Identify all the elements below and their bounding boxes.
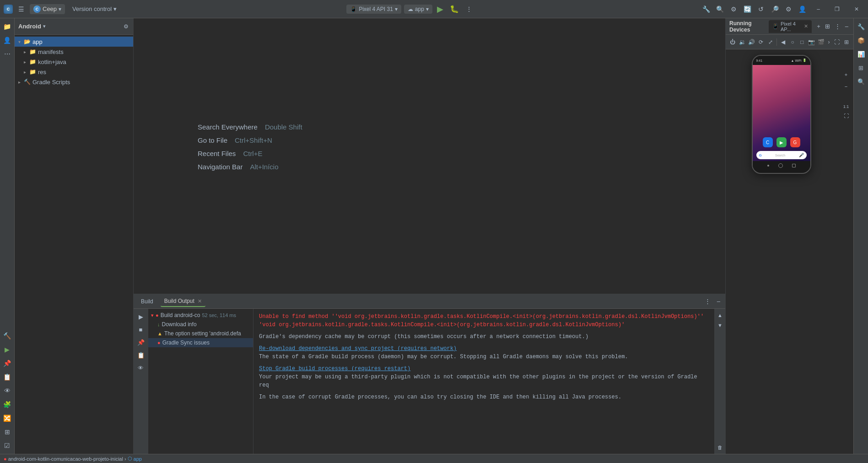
zoom-out-icon[interactable]: −	[841, 81, 851, 92]
device-selector[interactable]: 📱 Pixel 4 API 31 ▾	[346, 5, 401, 14]
dt-video-icon[interactable]: 🎬	[817, 37, 825, 47]
panel-options-icon-right[interactable]: ⋮	[833, 22, 842, 31]
account-icon[interactable]: 👤	[797, 4, 808, 15]
panel-layout-icon[interactable]: ⊞	[824, 22, 831, 31]
tree-item-gradle[interactable]: ▸ 🔨 Gradle Scripts	[15, 77, 133, 87]
dt-back-icon[interactable]: ◀	[779, 37, 787, 47]
dt-square-icon[interactable]: □	[798, 37, 807, 47]
dt-volume-down-icon[interactable]: 🔉	[738, 37, 747, 47]
dt-rotate-icon[interactable]: ⟳	[757, 37, 766, 47]
rt-icon-3[interactable]: 📊	[855, 48, 868, 60]
output-link-8[interactable]: Stop Gradle build processes (requires re…	[259, 365, 709, 373]
build-active-icon[interactable]: 📋	[135, 349, 147, 361]
file-panel-dropdown-icon[interactable]: ▾	[43, 23, 46, 29]
dt-screen-rotate-icon[interactable]: ⤢	[766, 37, 775, 47]
terminal-icon[interactable]: ⊞	[1, 425, 14, 438]
build-error-icon-3: ●	[157, 340, 161, 345]
tab-build-output[interactable]: Build Output ✕	[161, 296, 205, 307]
rt-icon-1[interactable]: 🔧	[855, 20, 868, 33]
plugins-icon[interactable]: 🧩	[1, 398, 14, 411]
dt-power-icon[interactable]: ⏻	[728, 37, 737, 47]
commit-icon[interactable]: 👤	[1, 34, 14, 47]
phone-search-bar[interactable]: G Search 🎤	[756, 151, 807, 159]
gutter-trash-icon[interactable]: 🗑	[716, 443, 725, 452]
tree-item-app[interactable]: ▾ 📂 app	[15, 37, 133, 47]
build-run-icon[interactable]: ▶	[135, 311, 147, 323]
dt-circle-icon[interactable]: ○	[788, 37, 797, 47]
zoom-in-icon[interactable]: +	[841, 70, 851, 80]
tree-item-manifests[interactable]: ▸ 📁 manifests	[15, 47, 133, 57]
close-button[interactable]: ✕	[849, 0, 864, 18]
dt-more-chevron[interactable]: ›	[826, 38, 832, 46]
toolbar-action-5[interactable]: ↺	[755, 4, 766, 15]
restore-button[interactable]: ❐	[829, 0, 845, 18]
tree-item-kotlin[interactable]: ▸ 📁 kotlin+java	[15, 57, 133, 67]
google-mic-icon: 🎤	[799, 153, 804, 157]
output-link-5[interactable]: Re-download dependencies and sync projec…	[259, 345, 709, 353]
toolbar-action-3[interactable]: ⚙	[728, 4, 739, 15]
build-expand-icon: ▾	[151, 312, 154, 318]
panel-minimize-icon-right[interactable]: –	[844, 22, 850, 31]
more-options-button[interactable]: ⋮	[464, 4, 474, 15]
debug-button[interactable]: 🐛	[448, 4, 461, 14]
settings-icon[interactable]: ⚙	[783, 4, 794, 15]
project-selector[interactable]: C Ceep ▾	[30, 4, 65, 14]
rt-icon-4[interactable]: ⊞	[855, 61, 868, 74]
version-control-button[interactable]: Version control ▾	[69, 4, 120, 14]
gutter-up-icon[interactable]: ▲	[716, 311, 725, 320]
project-tool-icon[interactable]: 📁	[1, 20, 14, 33]
toolbar-actions: 🔧 🔍 ⚙ 🔄 ↺ 🔎 ⚙ 👤	[701, 4, 808, 15]
panel-options-icon[interactable]: ⋮	[703, 297, 712, 306]
build-pin-icon[interactable]: 📌	[135, 336, 147, 348]
toolbar-action-1[interactable]: 🔧	[701, 4, 712, 15]
sb-error-icon: ●	[4, 456, 7, 462]
build-tree-item-1[interactable]: ↓ Download info	[148, 320, 253, 329]
toolbar-action-2[interactable]: 🔍	[714, 4, 725, 15]
build-label-1: Download info	[162, 321, 197, 328]
minimize-button[interactable]: –	[811, 0, 825, 18]
running-devices-panel: Running Devices 📱 Pixel 4 AP... ✕ + ⊞ ⋮ …	[725, 18, 853, 454]
fullscreen-icon[interactable]: ⛶	[841, 111, 851, 121]
app-selector[interactable]: ☁ app ▾	[404, 5, 432, 14]
build-label-2: The option setting 'android.defa	[164, 330, 241, 337]
todo-icon[interactable]: ☑	[1, 439, 14, 452]
build-tree-item-0[interactable]: ▾ ● Build android-co 52 sec, 114 ms	[148, 311, 253, 320]
build-tree-item-2[interactable]: ▲ The option setting 'android.defa	[148, 329, 253, 338]
problems-icon[interactable]: 👁	[1, 384, 14, 397]
logcat-icon[interactable]: 📋	[1, 371, 14, 383]
device-tab-close[interactable]: ✕	[804, 23, 808, 29]
device-tab[interactable]: 📱 Pixel 4 AP... ✕	[769, 20, 812, 33]
gutter-down-icon[interactable]: ▼	[716, 321, 725, 330]
rt-icon-5[interactable]: 🔍	[855, 75, 868, 88]
tree-item-res[interactable]: ▸ 📁 res	[15, 67, 133, 77]
run-tool-icon[interactable]: ▶	[1, 343, 14, 356]
build-tree-item-3[interactable]: ● Gradle Sync issues	[148, 338, 253, 347]
panel-minimize-icon[interactable]: –	[716, 297, 722, 306]
toolbar-action-4[interactable]: 🔄	[742, 4, 753, 15]
dt-expand-icon[interactable]: ⛶	[833, 37, 841, 47]
toolbar-center: 📱 Pixel 4 API 31 ▾ ☁ app ▾ ▶ 🐛 ⋮	[346, 3, 474, 15]
tab-build[interactable]: Build	[137, 296, 157, 307]
more-tools-icon[interactable]: ⋯	[1, 48, 14, 60]
rt-icon-2[interactable]: 📦	[855, 34, 868, 47]
bottom-panel-content: ▶ ■ 📌 📋 👁 ▾ ● Build android-co 52 sec, 1…	[134, 309, 725, 454]
pin-icon[interactable]: 📌	[1, 357, 14, 370]
search-everywhere-icon[interactable]: 🔎	[769, 4, 780, 15]
run-button[interactable]: ▶	[435, 3, 445, 15]
build-eye-icon[interactable]: 👁	[135, 362, 147, 374]
add-device-icon[interactable]: +	[815, 22, 822, 31]
build-icon[interactable]: 🔨	[1, 329, 14, 342]
dt-mirror-icon[interactable]: ⊞	[842, 37, 851, 47]
file-panel-settings-icon[interactable]: ⚙	[123, 22, 129, 31]
build-stop-icon[interactable]: ■	[135, 323, 147, 335]
phone-frame[interactable]: 9:41 ▲ WiFi 🔋 C ▶	[752, 55, 811, 174]
app-logo: C	[4, 5, 13, 14]
hamburger-menu-icon[interactable]: ☰	[16, 5, 26, 14]
hint-action-1: Go to File	[198, 136, 227, 144]
dt-camera-icon[interactable]: 📷	[807, 37, 816, 47]
tab-build-output-close[interactable]: ✕	[198, 298, 202, 304]
sb-module-icon: ⬡	[128, 456, 132, 462]
git-icon[interactable]: 🔀	[1, 412, 14, 425]
dt-volume-up-icon[interactable]: 🔊	[747, 37, 756, 47]
hint-shortcut-1: Ctrl+Shift+N	[235, 136, 272, 144]
